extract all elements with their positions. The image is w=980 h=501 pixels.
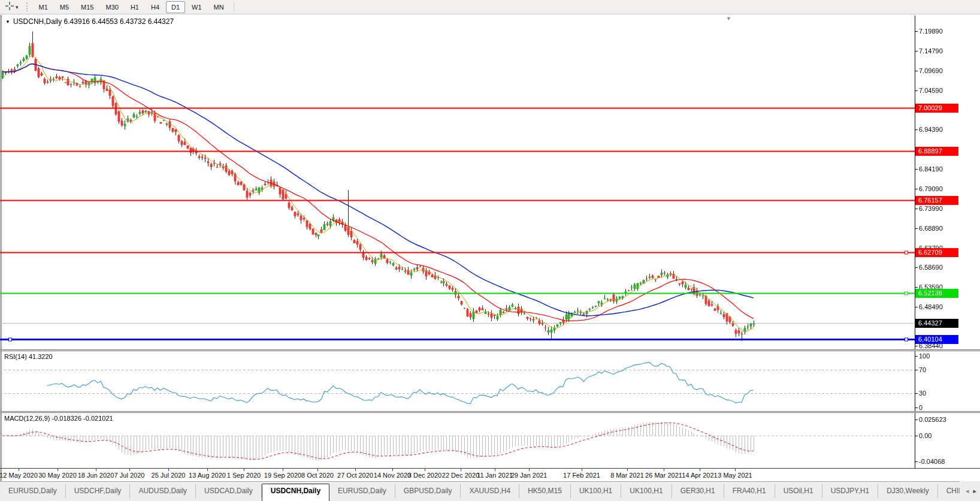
panel-splitter-macd[interactable] bbox=[0, 411, 980, 413]
tab-uk100-h1[interactable]: UK100,H1 bbox=[571, 484, 621, 498]
collapse-arrow-icon[interactable]: ▼ bbox=[5, 19, 10, 25]
tab-usdcnh-daily[interactable]: USDCNH,Daily bbox=[262, 484, 329, 501]
trading-terminal-window: { "toolbar": { "tool_icon": "crosshair-i… bbox=[0, 0, 980, 501]
toolbar-separator bbox=[234, 2, 234, 12]
date-label: 27 Oct 2020 bbox=[337, 472, 373, 479]
timeframe-button-m1[interactable]: M1 bbox=[34, 1, 53, 13]
price-axis-tick: 7.14790 bbox=[919, 47, 943, 55]
date-label: 22 Dec 2020 bbox=[442, 472, 479, 479]
macd-axis-tick: 0.00 bbox=[919, 431, 931, 440]
date-tick bbox=[129, 469, 130, 471]
level-price-badge: 6.62709 bbox=[915, 248, 958, 257]
tab-scroll-nav: ◂ ▸ bbox=[960, 481, 980, 501]
tab-scroll-right-icon[interactable]: ▸ bbox=[973, 487, 976, 495]
macd-indicator-label: MACD(12,26,9) -0.018326 -0.021021 bbox=[4, 415, 113, 422]
panel-splitter-rsi[interactable] bbox=[0, 349, 980, 351]
top-toolbar: ▾ M1M5M15M30H1H4D1W1MN bbox=[0, 0, 980, 14]
rsi-indicator-canvas[interactable] bbox=[0, 351, 980, 411]
rsi-axis-tick: 30 bbox=[919, 389, 926, 397]
tab-usoil-h1[interactable]: USOil,H1 bbox=[775, 484, 822, 498]
level-price-badge: 7.00029 bbox=[915, 104, 958, 113]
date-tick bbox=[529, 469, 530, 471]
date-label: 14 Apr 2021 bbox=[682, 472, 717, 479]
timeframe-button-mn[interactable]: MN bbox=[208, 1, 229, 13]
price-axis-tick: 6.84190 bbox=[919, 165, 943, 173]
tab-usdchf-daily[interactable]: USDCHF,Daily bbox=[66, 484, 131, 498]
tab-usdcad-daily[interactable]: USDCAD,Daily bbox=[196, 484, 262, 498]
tool-dropdown-arrow-icon[interactable]: ▾ bbox=[16, 4, 19, 10]
price-axis-tick: 6.94390 bbox=[919, 125, 943, 134]
date-tick bbox=[207, 469, 208, 471]
date-label: 17 Feb 2021 bbox=[563, 472, 600, 479]
date-label: 30 May 2020 bbox=[38, 472, 77, 479]
date-label: 12 May 2020 bbox=[0, 472, 38, 479]
rsi-axis-tick: 0 bbox=[919, 403, 922, 412]
rsi-indicator-label: RSI(14) 41.3220 bbox=[4, 353, 53, 360]
date-tick bbox=[58, 469, 58, 471]
date-tick bbox=[582, 469, 582, 471]
macd-indicator-canvas[interactable] bbox=[0, 413, 980, 468]
price-axis-tick: 6.73990 bbox=[919, 204, 943, 213]
macd-axis-tick: -0.04068 bbox=[919, 457, 945, 466]
tab-dj30-weekly[interactable]: DJ30,Weekly bbox=[878, 484, 937, 498]
symbol-tabbar: EURUSD,DailyUSDCHF,DailyAUDUSD,DailyUSDC… bbox=[0, 481, 980, 501]
tab-xauusd-h4[interactable]: XAUUSD,H4 bbox=[461, 484, 519, 498]
date-tick bbox=[96, 469, 96, 471]
timeframe-button-m15[interactable]: M15 bbox=[75, 1, 99, 13]
timeframe-button-m5[interactable]: M5 bbox=[55, 1, 74, 13]
timeframe-button-h4[interactable]: H4 bbox=[146, 1, 165, 13]
date-tick bbox=[425, 469, 425, 471]
date-label: 26 Mar 2021 bbox=[645, 472, 682, 479]
date-label: 11 Jan 2021 bbox=[477, 472, 513, 479]
tab-fra40-h1[interactable]: FRA40,H1 bbox=[724, 484, 775, 498]
time-axis-line bbox=[0, 468, 980, 469]
timeframe-button-h1[interactable]: H1 bbox=[125, 1, 144, 13]
date-tick bbox=[461, 469, 461, 471]
date-tick bbox=[627, 469, 628, 471]
toolbar-grip[interactable] bbox=[26, 2, 29, 11]
price-axis-tick: 6.68890 bbox=[919, 224, 943, 233]
date-tick bbox=[700, 469, 700, 471]
chart-shift-marker[interactable]: ▼ bbox=[726, 16, 731, 22]
price-axis-tick: 6.58690 bbox=[919, 263, 943, 271]
tab-gbpusd-daily[interactable]: GBPUSD,Daily bbox=[395, 484, 461, 498]
level-price-badge: 6.88897 bbox=[915, 147, 958, 156]
price-axis-tick: 7.04590 bbox=[919, 86, 943, 95]
level-price-badge: 6.40104 bbox=[915, 335, 958, 344]
current-price-badge: 6.44327 bbox=[915, 319, 958, 328]
date-tick bbox=[244, 469, 244, 471]
date-label: 3 Dec 2020 bbox=[408, 472, 441, 479]
tab-audusd-daily[interactable]: AUDUSD,Daily bbox=[130, 484, 196, 498]
tab-scroll-left-icon[interactable]: ◂ bbox=[966, 487, 969, 495]
date-tick bbox=[168, 469, 169, 471]
timeframe-button-w1[interactable]: W1 bbox=[186, 1, 207, 13]
tab-eurusd-daily[interactable]: EURUSD,Daily bbox=[329, 484, 395, 498]
date-label: 1 Sep 2020 bbox=[227, 472, 261, 479]
price-axis-tick: 6.79090 bbox=[919, 185, 943, 193]
date-label: 25 Jul 2020 bbox=[152, 472, 186, 479]
level-price-badge: 6.52138 bbox=[915, 289, 958, 298]
macd-axis-tick: 0.025623 bbox=[919, 415, 946, 424]
chart-title: ▼USDCNH,Daily 6.43916 6.44553 6.43732 6.… bbox=[5, 17, 174, 26]
tab-usdjpy-h1[interactable]: USDJPY,H1 bbox=[822, 484, 878, 498]
date-label: 29 Jan 2021 bbox=[511, 472, 548, 479]
date-tick bbox=[355, 469, 356, 471]
date-label: 3 May 2021 bbox=[718, 472, 752, 479]
price-axis-tick: 7.19890 bbox=[919, 27, 943, 35]
tab-ger30-h1[interactable]: GER30,H1 bbox=[672, 484, 724, 498]
chart-tool-button[interactable]: ▾ bbox=[3, 1, 21, 13]
date-tick bbox=[317, 469, 318, 471]
date-label: 14 Nov 2020 bbox=[374, 472, 411, 479]
date-label: 18 Jun 2020 bbox=[78, 472, 114, 479]
timeframe-button-d1[interactable]: D1 bbox=[166, 1, 185, 13]
date-tick bbox=[283, 469, 283, 471]
date-label: 8 Mar 2021 bbox=[610, 472, 644, 479]
tab-hk50-m15[interactable]: HK50,M15 bbox=[519, 484, 571, 498]
date-tick bbox=[664, 469, 664, 471]
date-label: 8 Oct 2020 bbox=[301, 472, 334, 479]
tab-eurusd-daily[interactable]: EURUSD,Daily bbox=[0, 484, 66, 498]
timeframe-button-m30[interactable]: M30 bbox=[101, 1, 124, 13]
tab-uk100-h1[interactable]: UK100,H1 bbox=[621, 484, 672, 498]
rsi-axis-tick: 70 bbox=[919, 366, 926, 374]
price-chart-canvas[interactable] bbox=[0, 16, 980, 349]
